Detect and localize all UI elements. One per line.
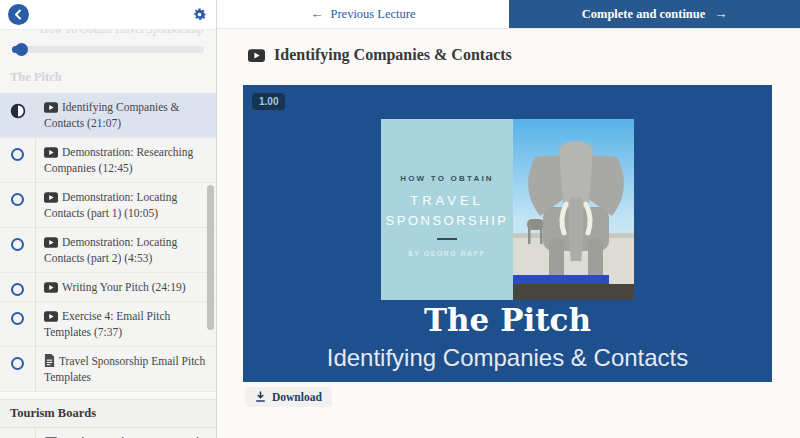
lecture-label: Travel Sponsorship Email Pitch Templates (44, 355, 205, 383)
course-player-app: How To Obtain Travel Sponsorship The Pit… (0, 0, 800, 438)
section-title-the-pitch: The Pitch (0, 66, 216, 93)
play-video-icon (44, 237, 58, 248)
progress-empty-icon (11, 193, 24, 206)
sidebar-item-identifying-companies[interactable]: Identifying Companies & Contacts (21:07) (0, 93, 216, 138)
video-overlay-title: The Pitch (243, 302, 772, 338)
elephant-photo (513, 119, 634, 300)
progress-track (12, 46, 204, 53)
chevron-left-icon (13, 9, 24, 20)
complete-and-continue-button[interactable]: Complete and continue → (509, 0, 800, 28)
cover-title-line2: SPONSORSHIP (386, 213, 509, 228)
lecture-label: Demonstration: Locating Contacts (part 1… (44, 191, 177, 219)
lecture-content: Identifying Companies & Contacts 1.00 HO… (217, 29, 800, 407)
lecture-label: Identifying Companies & Contacts (21:07) (44, 101, 180, 129)
download-label: Download (272, 391, 322, 403)
cover-kicker: HOW TO OBTAIN (400, 174, 494, 183)
cover-title-line1: TRAVEL (410, 193, 484, 208)
video-player[interactable]: 1.00 HOW TO OBTAIN TRAVEL SPONSORSHIP BY… (243, 85, 772, 382)
play-video-icon (44, 147, 58, 158)
section-gap (0, 392, 216, 399)
lecture-label: Demonstration: Researching Companies (12… (44, 146, 193, 174)
video-overlay-subtitle: Identifying Companies & Contacts (243, 344, 772, 372)
arrow-right-icon: → (714, 6, 727, 22)
sidebar-item-locating-contacts-1[interactable]: Demonstration: Locating Contacts (part 1… (0, 183, 216, 228)
progress-empty-icon (11, 357, 24, 370)
play-video-icon (44, 192, 58, 203)
sidebar-item-email-pitch-templates[interactable]: Travel Sponsorship Email Pitch Templates (0, 347, 216, 392)
download-button[interactable]: Download (245, 387, 332, 407)
clipped-course-title: How To Obtain Travel Sponsorship (40, 30, 216, 39)
back-button[interactable] (8, 4, 29, 25)
play-video-icon (44, 102, 58, 113)
gear-icon[interactable] (191, 6, 208, 23)
lecture-title: Identifying Companies & Contacts (274, 46, 512, 64)
sidebar-item-researching-companies[interactable]: Demonstration: Researching Companies (12… (0, 138, 216, 183)
lecture-topbar: ← Previous Lecture Complete and continue… (217, 0, 800, 29)
sidebar-scrollbar-thumb[interactable] (207, 185, 214, 330)
lecture-label: Writing Your Pitch (24:19) (62, 281, 186, 293)
course-progress-bar (12, 43, 204, 56)
previous-lecture-label: Previous Lecture (330, 7, 415, 22)
arrow-left-icon: ← (310, 6, 323, 22)
sidebar-header (0, 0, 216, 30)
file-text-icon (44, 354, 55, 367)
cover-text-panel: HOW TO OBTAIN TRAVEL SPONSORSHIP BY GEOR… (381, 119, 513, 300)
download-icon (255, 391, 266, 403)
curriculum-sidebar: How To Obtain Travel Sponsorship The Pit… (0, 0, 217, 438)
play-video-icon (44, 311, 58, 322)
video-cover-card: HOW TO OBTAIN TRAVEL SPONSORSHIP BY GEOR… (381, 119, 634, 300)
progress-empty-icon (11, 283, 24, 296)
lecture-heading: Identifying Companies & Contacts (248, 46, 800, 64)
lecture-label: Exercise 4: Email Pitch Templates (7:37) (44, 310, 170, 338)
sidebar-item-locating-contacts-2[interactable]: Demonstration: Locating Contacts (part 2… (0, 228, 216, 273)
play-video-icon (44, 282, 58, 293)
play-video-icon (248, 49, 265, 62)
cover-rule (437, 238, 457, 240)
sidebar-item-exercise-4[interactable]: Exercise 4: Email Pitch Templates (7:37) (0, 302, 216, 347)
lecture-main-area: ← Previous Lecture Complete and continue… (217, 0, 800, 438)
sidebar-item-writing-your-pitch[interactable]: Writing Your Pitch (24:19) (0, 273, 216, 302)
playback-speed-badge[interactable]: 1.00 (252, 93, 285, 110)
progress-empty-icon (11, 238, 24, 251)
cover-byline: BY GEORG RAPP (408, 250, 485, 257)
progress-dot (15, 43, 28, 56)
sidebar-scroll-area: How To Obtain Travel Sponsorship The Pit… (0, 30, 216, 438)
section-title-tourism-boards: Tourism Boards (0, 399, 216, 428)
progress-half-icon (10, 103, 26, 119)
progress-empty-icon (11, 148, 24, 161)
previous-lecture-link[interactable]: ← Previous Lecture (310, 6, 415, 22)
complete-label: Complete and continue (582, 7, 706, 22)
lecture-label: Demonstration: Locating Contacts (part 2… (44, 236, 177, 264)
sidebar-item-working-with-tourism-boards[interactable]: Working With Tourism Boards (22:37) (0, 428, 216, 438)
progress-empty-icon (11, 312, 24, 325)
